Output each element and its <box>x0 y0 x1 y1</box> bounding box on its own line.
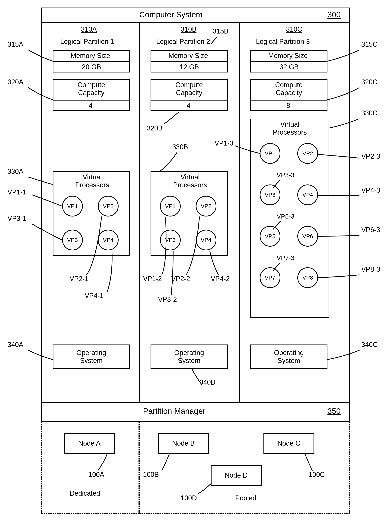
os-box: OperatingSystem <box>250 344 327 369</box>
vp-circle: VP2 <box>196 196 216 217</box>
node-label: Node B <box>172 439 195 447</box>
vp-circle: VP3 <box>62 230 83 250</box>
callout: VP2-2 <box>171 275 190 283</box>
vp-circle: VP1 <box>260 143 280 164</box>
divider <box>42 22 349 23</box>
divider <box>251 100 327 100</box>
compute-label: ComputeCapacity <box>76 81 106 97</box>
pooled-label: Pooled <box>235 494 256 502</box>
os-label: OperatingSystem <box>76 349 106 365</box>
vp-circle: VP5 <box>260 226 280 247</box>
memory-label: Memory Size <box>268 52 308 60</box>
vp-text: VP5 <box>265 233 275 240</box>
vp-text: VP3 <box>265 192 275 198</box>
os-box: OperatingSystem <box>53 344 130 369</box>
node-label: Node D <box>225 471 248 479</box>
divider <box>53 100 129 100</box>
vp-text: VP1 <box>265 150 275 157</box>
divider <box>151 100 227 100</box>
node-box: Node C <box>263 433 314 454</box>
callout: 100A <box>89 471 104 479</box>
callout: 330C <box>361 109 378 117</box>
node-label: Node C <box>277 439 300 447</box>
callout: 320C <box>361 78 378 86</box>
vp-text: VP1 <box>67 203 78 209</box>
callout: 340A <box>8 341 23 349</box>
vp-circle: VP3 <box>160 230 181 250</box>
vp-circle: VP2 <box>297 143 318 164</box>
partition-ref: 310B <box>181 25 196 33</box>
vp-text: VP4 <box>302 192 313 198</box>
vp-text: VP7 <box>265 274 275 281</box>
partition-name: Logical Partition 1 <box>60 38 114 46</box>
node-label: Node A <box>78 439 101 447</box>
vp-circle: VP4 <box>196 230 216 250</box>
callout: 320B <box>147 124 163 132</box>
vp-circle: VP6 <box>297 226 318 247</box>
callout: VP1-3 <box>215 139 233 147</box>
os-label: OperatingSystem <box>174 349 204 365</box>
vp-circle: VP4 <box>98 230 119 250</box>
callout: VP4-1 <box>85 292 103 300</box>
pm-ref: 350 <box>327 407 341 416</box>
os-box: OperatingSystem <box>150 344 228 369</box>
vp-circle: VP2 <box>98 196 119 217</box>
vp-circle: VP8 <box>297 267 318 288</box>
callout: VP1-1 <box>8 188 26 196</box>
compute-label: ComputeCapacity <box>274 81 304 97</box>
callout: VP4-2 <box>211 275 230 283</box>
divider <box>239 22 240 402</box>
vp-circle: VP1 <box>160 196 181 217</box>
callout: VP1-2 <box>143 275 162 283</box>
node-box: Node B <box>158 433 209 454</box>
vp-text: VP1 <box>165 203 176 209</box>
vp-text: VP4 <box>103 237 114 243</box>
callout: VP8-3 <box>361 265 380 273</box>
callout: VP7-3 <box>277 254 294 261</box>
vp-text: VP3 <box>165 237 176 243</box>
dedicated-label: Dedicated <box>70 490 100 497</box>
partition-name: Logical Partition 3 <box>256 38 310 46</box>
memory-label: Memory Size <box>70 52 110 60</box>
callout: 100C <box>309 471 325 479</box>
vp-label: VirtualProcessors <box>171 173 209 189</box>
vp-text: VP8 <box>302 274 313 281</box>
vp-circle: VP4 <box>297 184 318 205</box>
memory-label: Memory Size <box>168 52 208 60</box>
title: Computer System <box>139 10 202 19</box>
callout: 315A <box>8 40 23 48</box>
callout: 330A <box>8 168 23 175</box>
vp-text: VP4 <box>201 237 211 243</box>
divider <box>251 61 327 62</box>
vp-label: VirtualProcessors <box>73 173 111 189</box>
vp-text: VP6 <box>302 233 313 240</box>
partition-ref: 310C <box>286 25 302 33</box>
compute-value: 4 <box>187 102 191 110</box>
callout: 100B <box>143 471 159 479</box>
divider <box>53 61 129 62</box>
callout: VP6-3 <box>361 226 380 234</box>
pm-label: Partition Manager <box>143 407 205 416</box>
compute-value: 8 <box>286 102 290 110</box>
callout: VP2-1 <box>70 275 89 283</box>
callout: VP3-1 <box>8 215 26 222</box>
partition-ref: 310A <box>81 25 97 33</box>
partition-name: Logical Partition 2 <box>156 38 210 46</box>
node-box: Node D <box>211 465 261 486</box>
callout: VP2-3 <box>361 152 380 160</box>
callout: 315B <box>213 27 229 35</box>
vp-circle: VP3 <box>260 184 280 205</box>
callout: 315C <box>361 40 378 48</box>
memory-value: 12 GB <box>180 63 199 71</box>
divider <box>42 402 349 403</box>
vp-circle: VP1 <box>62 196 83 217</box>
callout: VP3-3 <box>277 171 294 179</box>
divider <box>139 22 140 402</box>
title-ref: 300 <box>327 10 341 19</box>
os-label: OperatingSystem <box>274 349 304 365</box>
diagram-canvas: Computer System 300 310A 310B 310C Logic… <box>8 8 384 524</box>
vp-text: VP2 <box>302 150 313 157</box>
callout: 320A <box>8 78 23 86</box>
vp-text: VP3 <box>67 237 78 243</box>
memory-value: 20 GB <box>82 63 101 71</box>
